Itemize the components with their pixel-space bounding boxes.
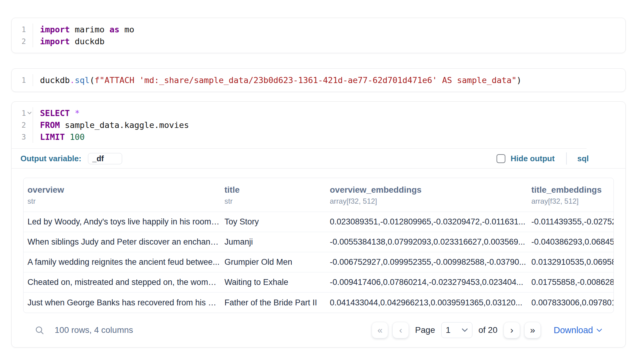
code-line[interactable]: SELECT *: [40, 107, 625, 119]
code-line[interactable]: import duckdb: [40, 35, 625, 47]
table-cell: When siblings Judy and Peter discover an…: [24, 237, 220, 247]
column-name: overview: [27, 185, 220, 195]
code-line[interactable]: import marimo as mo: [40, 24, 625, 35]
table-cell: Cheated on, mistreated and stepped on, t…: [24, 278, 220, 287]
table-row[interactable]: A family wedding reignites the ancient f…: [24, 252, 613, 272]
cell-imports: 12 import marimo as moimport duckdb: [11, 18, 626, 53]
gutter: 1: [12, 74, 33, 86]
cell-attach: 1 duckdb.sql(f"ATTACH 'md:_share/sample_…: [11, 68, 626, 92]
code-line[interactable]: LIMIT 100: [40, 131, 625, 143]
table-cell: Jumanji: [220, 237, 326, 247]
hide-output-checkbox[interactable]: [497, 154, 505, 163]
table-cell: -0.009417406,0.07860214,-0.023279453,0.0…: [326, 278, 527, 287]
table-row[interactable]: When siblings Judy and Peter discover an…: [24, 232, 613, 252]
table-row[interactable]: Led by Woody, Andy's toys live happily i…: [24, 212, 613, 232]
line-number: 2: [12, 119, 33, 131]
column-header[interactable]: title_embeddingsarray[f32, 512]: [527, 185, 613, 206]
table-cell: Grumpier Old Men: [220, 257, 326, 267]
output-area: overviewstrtitlestroverview_embeddingsar…: [12, 169, 625, 347]
table-cell: Waiting to Exhale: [220, 278, 326, 287]
table-row[interactable]: Just when George Banks has recovered fro…: [24, 293, 613, 313]
first-page-button[interactable]: «: [372, 322, 388, 338]
hide-output-label: Hide output: [511, 154, 555, 163]
table-cell: 0.023089351,-0.012809965,-0.03209472,-0.…: [326, 217, 527, 227]
table-row[interactable]: Cheated on, mistreated and stepped on, t…: [24, 272, 613, 293]
column-name: title_embeddings: [531, 185, 613, 195]
table-cell: 0.007833006,0.097801: [527, 298, 613, 308]
results-table: overviewstrtitlestroverview_embeddingsar…: [23, 178, 614, 313]
gutter: 123: [12, 107, 33, 143]
notebook: 12 import marimo as moimport duckdb 1 du…: [0, 0, 637, 348]
output-bar-controls: Hide output sql: [497, 152, 617, 165]
table-cell: A family wedding reignites the ancient f…: [24, 257, 220, 267]
gutter: 12: [12, 24, 33, 47]
page-value: 1: [446, 325, 451, 335]
code-lines: duckdb.sql(f"ATTACH 'md:_share/sample_da…: [33, 74, 625, 86]
code-lines: SELECT *FROM sample_data.kaggle.moviesLI…: [33, 107, 625, 143]
table-cell: -0.011439355,-0.02752: [527, 217, 613, 227]
output-variable-label: Output variable:: [20, 154, 81, 163]
page-total: of 20: [479, 325, 497, 335]
code-editor-attach[interactable]: 1 duckdb.sql(f"ATTACH 'md:_share/sample_…: [12, 69, 625, 92]
output-variable-bar: Output variable: Hide output sql: [12, 149, 625, 168]
table-summary: 100 rows, 4 columns: [55, 325, 133, 335]
column-header[interactable]: overview_embeddingsarray[f32, 512]: [326, 185, 527, 206]
column-type: array[f32, 512]: [330, 196, 527, 206]
vertical-divider: [566, 152, 567, 165]
table-cell: 0.0132910535,0.06958: [527, 257, 613, 267]
column-type: array[f32, 512]: [531, 196, 613, 206]
last-page-button[interactable]: »: [524, 322, 541, 338]
output-variable-input[interactable]: [88, 153, 122, 164]
table-cell: Just when George Banks has recovered fro…: [24, 298, 220, 308]
line-number: 1: [12, 107, 33, 119]
page-select[interactable]: 1: [441, 322, 472, 338]
column-name: title: [224, 185, 326, 195]
table-cell: -0.006752927,0.099952355,-0.009982588,-0…: [326, 257, 527, 267]
table-footer: 100 rows, 4 columns « ‹ Page 1 of 20 › »: [23, 313, 614, 347]
language-label[interactable]: sql: [577, 154, 589, 163]
table-cell: 0.041433044,0.042966213,0.0039591365,0.0…: [326, 298, 527, 308]
code-editor-imports[interactable]: 12 import marimo as moimport duckdb: [12, 18, 625, 53]
line-number: 2: [12, 35, 33, 47]
table-cell: -0.040386293,0.068451: [527, 237, 613, 247]
line-number: 1: [12, 74, 33, 86]
pagination: « ‹ Page 1 of 20 › » Download: [372, 322, 602, 338]
table-cell: Father of the Bride Part II: [220, 298, 326, 308]
table-cell: Led by Woody, Andy's toys live happily i…: [24, 217, 220, 227]
prev-page-button[interactable]: ‹: [392, 322, 409, 338]
page-label: Page: [415, 325, 435, 335]
search-icon[interactable]: [35, 326, 44, 335]
code-line[interactable]: FROM sample_data.kaggle.movies: [40, 119, 625, 131]
column-header[interactable]: overviewstr: [24, 185, 220, 206]
line-number: 3: [12, 131, 33, 143]
download-button[interactable]: Download: [554, 325, 602, 335]
chevron-down-icon: [596, 328, 602, 332]
table-header: overviewstrtitlestroverview_embeddingsar…: [24, 178, 613, 212]
column-type: str: [224, 196, 326, 206]
fold-chevron-icon[interactable]: [26, 111, 33, 115]
code-editor-sql[interactable]: 123 SELECT *FROM sample_data.kaggle.movi…: [12, 102, 625, 148]
line-number: 1: [12, 24, 33, 35]
column-type: str: [27, 196, 220, 206]
table-cell: 0.01755858,-0.0086286: [527, 278, 613, 287]
table-cell: -0.0055384138,0.07992093,0.023316627,0.0…: [326, 237, 527, 247]
code-lines: import marimo as moimport duckdb: [33, 24, 625, 47]
column-header[interactable]: titlestr: [220, 185, 326, 206]
next-page-button[interactable]: ›: [504, 322, 520, 338]
download-label: Download: [554, 325, 593, 335]
table-cell: Toy Story: [220, 217, 326, 227]
code-line[interactable]: duckdb.sql(f"ATTACH 'md:_share/sample_da…: [40, 74, 625, 86]
column-name: overview_embeddings: [330, 185, 527, 195]
chevron-down-icon: [462, 328, 468, 332]
table-body: Led by Woody, Andy's toys live happily i…: [24, 212, 613, 313]
cell-sql-query: 123 SELECT *FROM sample_data.kaggle.movi…: [11, 101, 626, 348]
